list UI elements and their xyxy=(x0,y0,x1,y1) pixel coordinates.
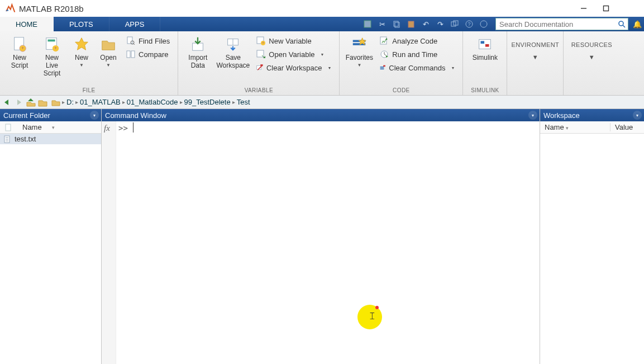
svg-rect-46 xyxy=(380,68,384,69)
clear-workspace-button[interactable]: Clear Workspace ▼ xyxy=(254,62,333,74)
panel-title-workspace: Workspace ▾ xyxy=(540,109,644,121)
search-documentation[interactable] xyxy=(495,18,628,30)
panel-menu-button[interactable]: ▾ xyxy=(633,111,642,120)
clear-commands-button[interactable]: Clear Commands ▼ xyxy=(378,62,457,74)
svg-text:+: + xyxy=(262,41,264,45)
svg-marker-53 xyxy=(28,98,34,101)
ribbon-group-environment: ENVIRONMENT ▼ xyxy=(507,31,564,95)
new-button[interactable]: New ▼ xyxy=(68,34,95,68)
new-script-button[interactable]: + New Script xyxy=(3,34,36,70)
forward-button[interactable] xyxy=(14,97,24,107)
svg-marker-51 xyxy=(4,100,8,105)
dropdown-icon: ▼ xyxy=(327,66,331,70)
address-bar: ▸ D:▸ 01_MATLAB▸ 01_MatlabCode▸ 99_TestD… xyxy=(0,96,644,109)
panel-menu-button[interactable]: ▾ xyxy=(528,111,537,120)
svg-text:+: + xyxy=(21,45,24,51)
svg-rect-17 xyxy=(48,40,55,42)
breadcrumb-item[interactable]: D: xyxy=(66,98,74,106)
ribbon-group-resources: RESOURCES ▼ xyxy=(564,31,619,95)
compare-button[interactable]: Compare xyxy=(124,48,172,60)
workspace-panel: Workspace ▾ Name ▾ Value xyxy=(540,109,644,364)
switch-windows-icon[interactable] xyxy=(449,18,461,30)
file-row[interactable]: test.txt xyxy=(0,134,101,144)
ribbon-group-code: Favorites ▼ Analyze Code Run and Time Cl… xyxy=(340,31,463,95)
undo-icon[interactable]: ↶ xyxy=(419,18,432,30)
panel-menu-button[interactable]: ▾ xyxy=(90,111,99,120)
save-icon[interactable] xyxy=(361,18,374,30)
notifications-icon[interactable]: 🔔 xyxy=(631,17,644,31)
tab-home[interactable]: HOME xyxy=(0,17,54,31)
svg-rect-39 xyxy=(380,37,387,44)
column-name[interactable]: Name xyxy=(22,123,42,131)
search-icon[interactable] xyxy=(617,20,628,29)
main-layout: Current Folder ▾ Name▾ test.txt Command … xyxy=(0,109,644,364)
command-window-body[interactable]: fx >> 𝙸 xyxy=(102,121,540,364)
dropdown-icon: ▼ xyxy=(451,66,455,70)
svg-rect-3 xyxy=(394,21,398,26)
save-workspace-button[interactable]: Save Workspace xyxy=(214,34,252,70)
back-button[interactable] xyxy=(2,97,12,107)
quick-access-toolbar: ✂ ↶ ↷ ? xyxy=(358,17,493,31)
minimize-button[interactable] xyxy=(573,0,595,17)
svg-rect-2 xyxy=(364,21,371,27)
svg-rect-50 xyxy=(485,44,489,47)
breadcrumb-item[interactable]: 01_MatlabCode xyxy=(127,98,178,106)
svg-marker-52 xyxy=(17,100,21,105)
titlebar: MATLAB R2018b xyxy=(0,0,644,17)
svg-point-10 xyxy=(480,21,487,27)
redo-icon[interactable]: ↷ xyxy=(434,18,446,30)
breadcrumb-item[interactable]: Test xyxy=(237,98,250,106)
ribbon-home: + New Script + New Live Script New ▼ Ope… xyxy=(0,31,644,96)
column-value[interactable]: Value xyxy=(610,123,644,131)
svg-line-23 xyxy=(133,44,135,45)
svg-rect-49 xyxy=(481,41,485,44)
ribbon-group-simulink: Simulink SIMULINK xyxy=(463,31,507,95)
favorites-button[interactable]: Favorites ▼ xyxy=(343,34,375,68)
copy-icon[interactable] xyxy=(390,18,403,30)
up-folder-button[interactable] xyxy=(26,97,36,107)
command-gutter xyxy=(102,121,116,364)
new-live-script-button[interactable]: + New Live Script xyxy=(36,34,68,77)
svg-rect-24 xyxy=(127,51,130,58)
environment-dropdown[interactable]: ENVIRONMENT ▼ xyxy=(507,31,563,60)
breadcrumb-item[interactable]: 01_MATLAB xyxy=(80,98,121,106)
svg-rect-1 xyxy=(604,6,609,11)
request-support-icon[interactable] xyxy=(478,18,490,30)
maximize-button[interactable] xyxy=(595,0,617,17)
paste-icon[interactable] xyxy=(405,18,417,30)
txt-file-icon xyxy=(3,135,11,143)
breadcrumb: ▸ D:▸ 01_MATLAB▸ 01_MatlabCode▸ 99_TestD… xyxy=(51,98,250,106)
breadcrumb-item[interactable]: 99_TestDelete xyxy=(184,98,231,106)
dropdown-icon: ▼ xyxy=(106,63,111,68)
open-variable-button[interactable]: Open Variable ▼ xyxy=(254,48,333,60)
new-variable-button[interactable]: + New Variable xyxy=(254,35,333,47)
svg-rect-25 xyxy=(131,51,135,58)
ibeam-cursor-icon: 𝙸 xyxy=(369,310,376,322)
ribbon-group-variable: Import Data Save Workspace + New Variabl… xyxy=(178,31,340,95)
analyze-code-button[interactable]: Analyze Code xyxy=(378,35,457,47)
resources-dropdown[interactable]: RESOURCES ▼ xyxy=(564,31,619,60)
current-folder-columns: Name▾ xyxy=(0,121,101,134)
cut-icon[interactable]: ✂ xyxy=(376,18,388,30)
simulink-button[interactable]: Simulink xyxy=(466,34,503,62)
tab-plots[interactable]: PLOTS xyxy=(54,17,109,31)
run-and-time-button[interactable]: Run and Time xyxy=(378,48,457,60)
svg-line-12 xyxy=(623,25,625,27)
svg-rect-35 xyxy=(261,64,263,66)
find-files-button[interactable]: Find Files xyxy=(124,35,172,47)
search-input[interactable] xyxy=(496,20,617,29)
browse-folder-button[interactable] xyxy=(37,97,47,107)
panel-title-command-window: Command Window ▾ xyxy=(102,109,540,121)
column-name[interactable]: Name xyxy=(545,123,564,131)
help-icon[interactable]: ? xyxy=(463,18,475,30)
file-list[interactable]: test.txt xyxy=(0,134,101,364)
svg-rect-47 xyxy=(384,65,386,67)
tab-apps[interactable]: APPS xyxy=(109,17,161,31)
fx-icon[interactable]: fx xyxy=(104,124,110,133)
svg-rect-5 xyxy=(408,21,414,27)
open-button[interactable]: Open ▼ xyxy=(95,34,122,68)
command-window-panel: Command Window ▾ fx >> 𝙸 xyxy=(102,109,540,364)
import-data-button[interactable]: Import Data xyxy=(182,34,214,70)
file-icon xyxy=(4,124,12,131)
workspace-body[interactable] xyxy=(540,134,644,364)
